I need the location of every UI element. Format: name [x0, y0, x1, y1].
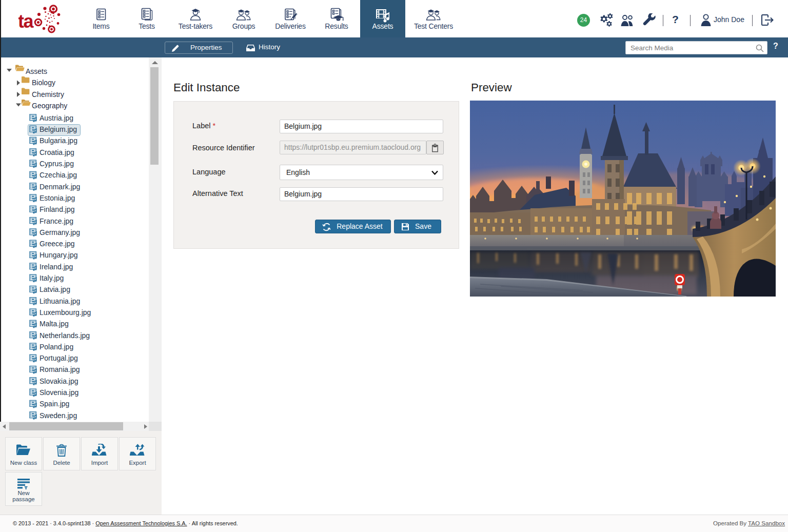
svg-text:Latvia.jpg: Latvia.jpg: [40, 285, 70, 293]
svg-text:Croatia.jpg: Croatia.jpg: [40, 148, 74, 156]
svg-text:ta: ta: [18, 11, 34, 32]
svg-text:Geography: Geography: [32, 102, 67, 110]
svg-text:Romania.jpg: Romania.jpg: [40, 365, 80, 373]
svg-text:Lithuania.jpg: Lithuania.jpg: [40, 297, 80, 305]
svg-text:Cyprus.jpg: Cyprus.jpg: [40, 160, 74, 168]
svg-text:Ireland.jpg: Ireland.jpg: [40, 263, 73, 271]
svg-text:Portugal.jpg: Portugal.jpg: [40, 354, 78, 362]
svg-text:Biology: Biology: [32, 78, 55, 87]
svg-text:Assets: Assets: [26, 67, 47, 75]
svg-text:Belgium.jpg: Belgium.jpg: [40, 125, 77, 133]
svg-text:Bulgaria.jpg: Bulgaria.jpg: [40, 136, 77, 145]
svg-text:Slovenia.jpg: Slovenia.jpg: [40, 388, 78, 397]
svg-text:Luxembourg.jpg: Luxembourg.jpg: [40, 308, 91, 317]
svg-text:Malta.jpg: Malta.jpg: [40, 320, 69, 328]
svg-text:France.jpg: France.jpg: [40, 217, 73, 225]
svg-text:Spain.jpg: Spain.jpg: [40, 400, 69, 408]
svg-text:Hungary.jpg: Hungary.jpg: [40, 251, 77, 259]
svg-text:Finland.jpg: Finland.jpg: [40, 205, 75, 213]
svg-text:Greece.jpg: Greece.jpg: [40, 240, 74, 248]
svg-text:Germany.jpg: Germany.jpg: [40, 228, 80, 237]
svg-text:Italy.jpg: Italy.jpg: [40, 274, 64, 282]
svg-text:Sweden.jpg: Sweden.jpg: [40, 411, 77, 420]
svg-text:Czechia.jpg: Czechia.jpg: [40, 171, 77, 179]
svg-text:Poland.jpg: Poland.jpg: [40, 343, 73, 351]
svg-text:Slovakia.jpg: Slovakia.jpg: [40, 377, 78, 385]
svg-text:Netherlands.jpg: Netherlands.jpg: [40, 331, 90, 340]
svg-text:Chemistry: Chemistry: [32, 90, 64, 98]
svg-text:Denmark.jpg: Denmark.jpg: [40, 183, 80, 191]
svg-text:Estonia.jpg: Estonia.jpg: [40, 194, 75, 202]
svg-text:Austria.jpg: Austria.jpg: [40, 114, 73, 122]
